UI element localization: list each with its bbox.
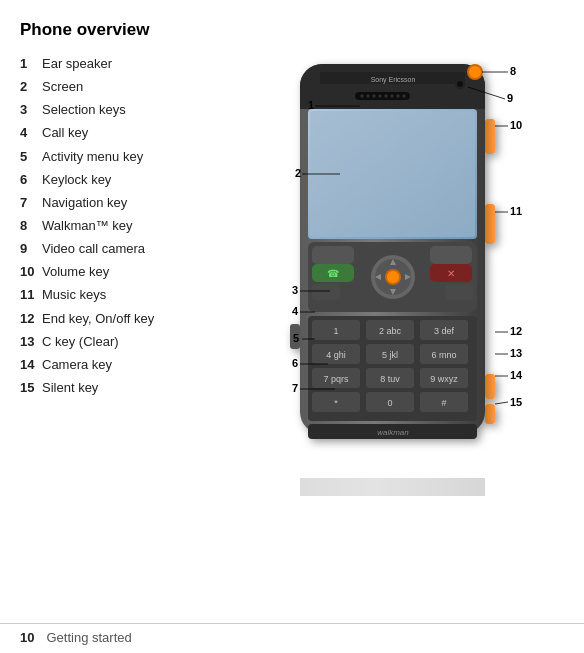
svg-text:9: 9 — [507, 92, 513, 104]
svg-text:1: 1 — [333, 326, 338, 336]
list-item: 1 Ear speaker — [20, 54, 260, 74]
item-number: 15 — [20, 378, 42, 398]
list-item: 11 Music keys — [20, 285, 260, 305]
svg-text:#: # — [441, 398, 446, 408]
svg-point-8 — [373, 95, 376, 98]
item-number: 13 — [20, 332, 42, 352]
item-number: 10 — [20, 262, 42, 282]
svg-text:2: 2 — [295, 167, 301, 179]
svg-text:✕: ✕ — [447, 268, 455, 279]
svg-text:5 jkl: 5 jkl — [382, 350, 398, 360]
svg-text:Sony Ericsson: Sony Ericsson — [371, 76, 416, 84]
item-label: C key (Clear) — [42, 332, 119, 352]
svg-text:6: 6 — [292, 357, 298, 369]
svg-text:1: 1 — [308, 99, 314, 111]
svg-text:14: 14 — [510, 369, 523, 381]
svg-line-98 — [495, 402, 508, 404]
svg-text:3: 3 — [292, 284, 298, 296]
svg-rect-61 — [485, 204, 495, 244]
page-title: Phone overview — [20, 20, 564, 40]
item-label: Keylock key — [42, 170, 111, 190]
svg-text:7: 7 — [292, 382, 298, 394]
svg-point-68 — [469, 66, 481, 78]
svg-rect-63 — [485, 404, 495, 424]
svg-text:10: 10 — [510, 119, 522, 131]
svg-point-10 — [385, 95, 388, 98]
item-label: Video call camera — [42, 239, 145, 259]
svg-text:8: 8 — [510, 65, 516, 77]
svg-text:4: 4 — [292, 305, 299, 317]
item-label: Walkman™ key — [42, 216, 133, 236]
svg-text:4 ghi: 4 ghi — [326, 350, 346, 360]
svg-text:*: * — [334, 398, 338, 408]
svg-text:8 tuv: 8 tuv — [380, 374, 400, 384]
svg-point-12 — [397, 95, 400, 98]
svg-text:7 pqrs: 7 pqrs — [323, 374, 349, 384]
svg-text:0: 0 — [387, 398, 392, 408]
svg-text:5: 5 — [293, 332, 299, 344]
svg-text:13: 13 — [510, 347, 522, 359]
item-number: 9 — [20, 239, 42, 259]
item-label: Volume key — [42, 262, 109, 282]
svg-text:3 def: 3 def — [434, 326, 455, 336]
list-item: 7 Navigation key — [20, 193, 260, 213]
item-label: Selection keys — [42, 100, 126, 120]
footer-page-number: 10 — [20, 630, 34, 645]
right-panel: Sony Ericsson — [260, 54, 570, 643]
svg-text:15: 15 — [510, 396, 522, 408]
svg-rect-62 — [485, 374, 495, 399]
svg-text:6 mno: 6 mno — [431, 350, 456, 360]
item-number: 6 — [20, 170, 42, 190]
list-item: 6 Keylock key — [20, 170, 260, 190]
item-number: 14 — [20, 355, 42, 375]
item-number: 7 — [20, 193, 42, 213]
svg-point-11 — [391, 95, 394, 98]
diagram-wrapper: Sony Ericsson — [260, 54, 570, 574]
content-area: 1 Ear speaker 2 Screen 3 Selection keys … — [20, 54, 564, 643]
svg-point-6 — [361, 95, 364, 98]
item-number: 8 — [20, 216, 42, 236]
svg-text:walkman: walkman — [377, 428, 409, 437]
svg-point-13 — [403, 95, 406, 98]
footer-section-label: Getting started — [46, 630, 131, 645]
item-number: 5 — [20, 147, 42, 167]
svg-text:2 abc: 2 abc — [379, 326, 402, 336]
list-item: 13 C key (Clear) — [20, 332, 260, 352]
item-label: Activity menu key — [42, 147, 143, 167]
item-label: Screen — [42, 77, 83, 97]
item-number: 12 — [20, 309, 42, 329]
svg-point-20 — [387, 271, 399, 283]
svg-text:12: 12 — [510, 325, 522, 337]
item-number: 3 — [20, 100, 42, 120]
item-number: 1 — [20, 54, 42, 74]
item-number: 2 — [20, 77, 42, 97]
svg-point-7 — [367, 95, 370, 98]
item-label: Music keys — [42, 285, 106, 305]
list-item: 2 Screen — [20, 77, 260, 97]
item-list: 1 Ear speaker 2 Screen 3 Selection keys … — [20, 54, 260, 398]
svg-text:11: 11 — [510, 205, 522, 217]
footer-bar: 10 Getting started — [0, 623, 584, 645]
list-item: 4 Call key — [20, 123, 260, 143]
svg-text:9 wxyz: 9 wxyz — [430, 374, 458, 384]
list-item: 8 Walkman™ key — [20, 216, 260, 236]
svg-text:☎: ☎ — [327, 268, 339, 279]
svg-rect-31 — [312, 284, 340, 300]
list-item: 14 Camera key — [20, 355, 260, 375]
svg-point-66 — [457, 81, 463, 87]
list-item: 10 Volume key — [20, 262, 260, 282]
svg-rect-60 — [485, 119, 495, 154]
item-number: 4 — [20, 123, 42, 143]
item-number: 11 — [20, 285, 42, 305]
svg-rect-26 — [430, 246, 472, 264]
left-panel: 1 Ear speaker 2 Screen 3 Selection keys … — [20, 54, 260, 643]
item-label: Camera key — [42, 355, 112, 375]
svg-rect-25 — [312, 246, 354, 264]
phone-diagram: Sony Ericsson — [260, 54, 560, 544]
page-container: Phone overview 1 Ear speaker 2 Screen 3 … — [0, 0, 584, 653]
svg-rect-69 — [300, 478, 485, 496]
list-item: 12 End key, On/off key — [20, 309, 260, 329]
list-item: 5 Activity menu key — [20, 147, 260, 167]
item-label: End key, On/off key — [42, 309, 154, 329]
item-label: Call key — [42, 123, 88, 143]
